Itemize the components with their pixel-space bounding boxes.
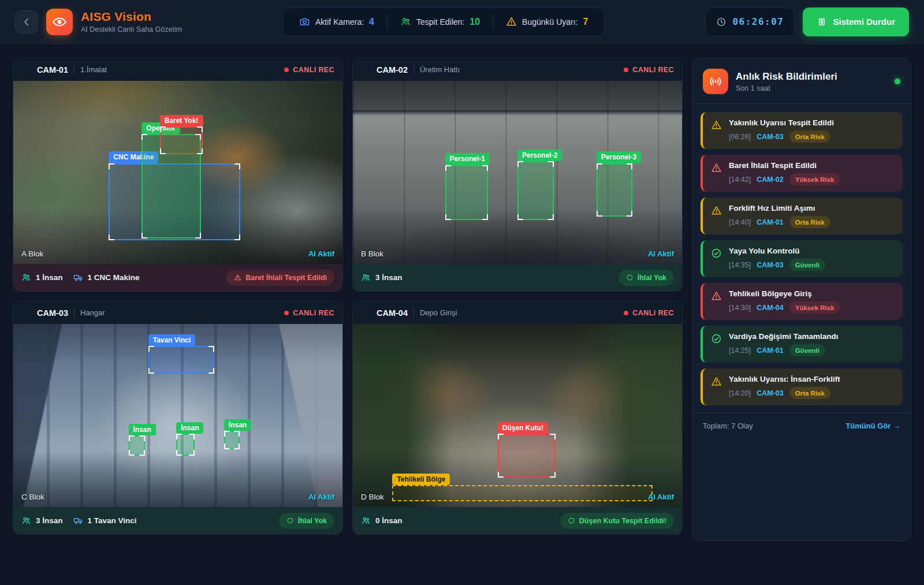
- live-rec-label: CANLI REC: [293, 309, 334, 317]
- stat-label: Bugünkü Uyarı:: [522, 17, 578, 27]
- camera-location: Üretim Hattı: [420, 65, 460, 74]
- corner-bracket: [139, 450, 145, 456]
- camera-panel-cam-03[interactable]: CAM-03 Hangar CANLI REC C Blok AI Aktif …: [13, 301, 343, 535]
- broadcast-icon: [709, 74, 722, 88]
- notification-card[interactable]: Yaya Yolu Kontrolü [14:35] CAM-03 Güvenl…: [701, 240, 903, 277]
- ai-active-badge: AI Aktif: [299, 493, 334, 501]
- camera-footer: 1 İnsan 1 CNC Makine Baret İhlali Tespit…: [13, 264, 342, 291]
- risk-badge: Güvenli: [789, 259, 825, 271]
- camera-location: 1.İmalat: [80, 65, 107, 74]
- camera-video-feed[interactable]: B Blok AI Aktif Personel-1Personel-2Pers…: [353, 81, 682, 264]
- notification-camera[interactable]: CAM-01: [757, 218, 784, 226]
- check-icon: [711, 333, 722, 344]
- sidebar-title: Anlık Risk Bildirimleri: [736, 71, 837, 83]
- corner-bracket: [129, 435, 135, 441]
- notification-card[interactable]: Tehlikeli Bölgeye Giriş [14:30] CAM-04 Y…: [701, 283, 903, 320]
- corner-bracket: [197, 148, 203, 154]
- detection-counts: 1 İnsan 1 CNC Makine: [21, 273, 140, 282]
- notification-camera[interactable]: CAM-04: [757, 304, 784, 312]
- corner-bracket: [129, 450, 135, 456]
- camera-video-feed[interactable]: C Blok AI Aktif Tavan Vinciİnsanİnsanİns…: [13, 324, 342, 507]
- ai-active-badge: AI Aktif: [299, 249, 334, 258]
- notification-card[interactable]: Yakınlık Uyarısı: İnsan-Forklift [14:20]…: [701, 368, 903, 405]
- stop-system-label: Sistemi Durdur: [833, 17, 895, 27]
- corner-bracket: [148, 368, 154, 374]
- notification-title: Yaya Yolu Kontrolü: [729, 247, 825, 255]
- notification-time: [14:42]: [729, 176, 751, 184]
- corner-bracket: [550, 472, 556, 478]
- live-rec-indicator: CANLI REC: [624, 66, 674, 74]
- arrow-left-icon: [21, 17, 32, 27]
- camera-id: CAM-02: [377, 65, 408, 74]
- corner-bracket: [139, 435, 145, 441]
- corner-bracket: [234, 444, 240, 449]
- eye-icon: [52, 14, 67, 29]
- camera-panel-cam-04[interactable]: CAM-04 Depo Girişi CANLI REC D Blok AI A…: [352, 301, 683, 535]
- corner-bracket: [498, 472, 504, 478]
- block-label: A Blok: [21, 249, 43, 258]
- detection-label: Tavan Vinci: [148, 334, 196, 346]
- camera-grid: CAM-01 1.İmalat CANLI REC A Blok AI Akti…: [13, 58, 683, 535]
- notification-card[interactable]: Vardiya Değişimi Tamamlandı [14:25] CAM-…: [701, 326, 903, 363]
- notification-camera[interactable]: CAM-02: [757, 176, 784, 184]
- notification-camera[interactable]: CAM-03: [757, 261, 784, 269]
- back-button[interactable]: [15, 10, 38, 33]
- live-rec-label: CANLI REC: [293, 66, 334, 74]
- corner-bracket: [224, 431, 230, 437]
- live-rec-label: CANLI REC: [632, 309, 674, 317]
- corner-bracket: [195, 233, 201, 239]
- people-icon: [21, 516, 31, 526]
- corner-bracket: [189, 434, 195, 439]
- clock-time: 06:26:07: [732, 16, 784, 27]
- stat-label: Aktif Kamera:: [315, 17, 364, 27]
- notification-card[interactable]: Forklift Hız Limiti Aşımı [14:40] CAM-01…: [701, 198, 903, 234]
- warning-icon: [506, 16, 517, 27]
- corner-bracket: [234, 163, 240, 169]
- camera-video-feed[interactable]: D Blok AI Aktif Düşen Kutu!Tehlikeli Böl…: [353, 324, 682, 507]
- machine-icon: [73, 273, 83, 282]
- sidebar-header: Anlık Risk Bildirimleri Son 1 saat: [692, 58, 911, 104]
- corner-bracket: [445, 214, 451, 220]
- title-block: AISG Vision AI Destekli Canlı Saha Gözet…: [81, 10, 182, 33]
- warning-icon: [711, 162, 722, 173]
- count-item: 3 İnsan: [361, 273, 403, 282]
- corner-bracket: [109, 163, 114, 169]
- warning-icon: [711, 120, 722, 131]
- notification-camera[interactable]: CAM-03: [757, 133, 784, 141]
- corner-bracket: [208, 368, 214, 374]
- notification-time: [06:26]: [729, 133, 751, 141]
- corner-bracket: [208, 346, 214, 352]
- risk-badge: Yüksek Risk: [789, 173, 840, 185]
- risk-badge: Güvenli: [789, 344, 825, 356]
- detection-box: Tavan Vinci: [148, 346, 214, 374]
- notification-time: [14:20]: [729, 389, 751, 397]
- notification-card[interactable]: Baret İhlali Tespit Edildi [14:42] CAM-0…: [701, 155, 903, 192]
- status-text: Düşen Kutu Tespit Edildi!: [579, 517, 666, 525]
- notification-camera[interactable]: CAM-03: [757, 389, 784, 397]
- header-stat: Aktif Kamera: 4: [286, 14, 387, 30]
- camera-video-feed[interactable]: A Blok AI Aktif CNC MakineOperatörBaret …: [13, 81, 342, 264]
- record-dot-icon: [624, 311, 628, 315]
- camera-panel-cam-01[interactable]: CAM-01 1.İmalat CANLI REC A Blok AI Akti…: [13, 58, 343, 292]
- danger-zone: Tehlikeli Bölge: [392, 485, 652, 502]
- bolt-icon: [638, 251, 645, 258]
- divider: [74, 308, 74, 318]
- notification-camera[interactable]: CAM-01: [757, 346, 784, 355]
- camera-panel-cam-02[interactable]: CAM-02 Üretim Hattı CANLI REC B Blok AI …: [352, 58, 683, 292]
- notification-time: [14:40]: [729, 218, 751, 226]
- corner-bracket: [148, 346, 154, 352]
- divider: [413, 308, 414, 318]
- view-all-link[interactable]: Tümünü Gör →: [845, 422, 900, 430]
- detection-box: Personel-2: [517, 161, 554, 219]
- detection-label: İnsan: [129, 424, 156, 435]
- people-icon: [361, 516, 371, 526]
- detection-counts: 0 İnsan: [361, 516, 403, 526]
- notification-title: Yakınlık Uyarısı: İnsan-Forklift: [729, 375, 840, 383]
- stop-system-button[interactable]: Sistemi Durdur: [803, 8, 909, 36]
- risk-badge: Orta Risk: [789, 131, 830, 143]
- notification-time: [14:35]: [729, 261, 751, 269]
- notification-card[interactable]: Yakınlık Uyarısı Tespit Edildi [06:26] C…: [701, 112, 903, 149]
- camera-id: CAM-01: [37, 65, 68, 74]
- count-text: 3 İnsan: [36, 516, 63, 525]
- detection-label: Tehlikeli Bölge: [392, 474, 450, 485]
